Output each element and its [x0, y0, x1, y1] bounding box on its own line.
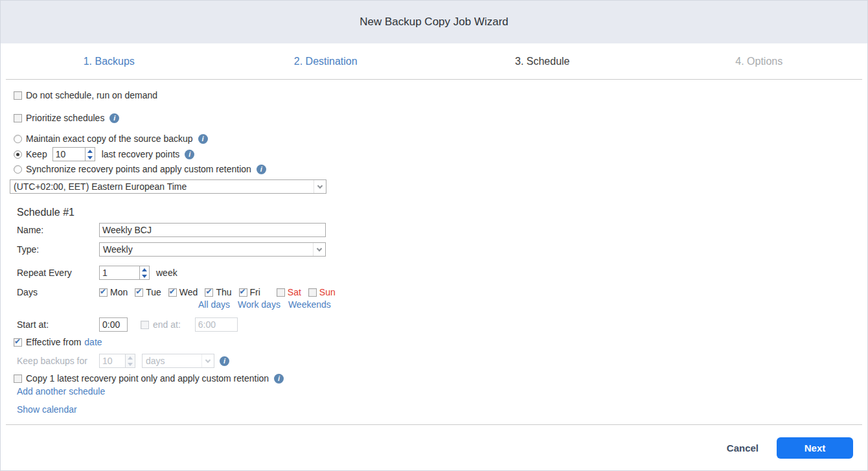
tab-options: 4. Options	[651, 43, 868, 79]
spinner-arrows	[125, 354, 135, 368]
prioritize-row: Prioritize schedules	[14, 111, 867, 124]
day-thu: Thu	[205, 287, 231, 297]
end-at-label: end at:	[153, 319, 181, 330]
maintain-copy-label: Maintain exact copy of the source backup	[26, 133, 193, 144]
tab-destination[interactable]: 2. Destination	[218, 43, 435, 79]
day-wed-label: Wed	[179, 287, 198, 297]
timezone-select[interactable]: (UTC+02:00, EET) Eastern European Time	[10, 179, 326, 194]
spinner-up-icon	[126, 354, 135, 361]
keep-points-input[interactable]	[52, 147, 85, 161]
schedule-type-value: Weekly	[103, 244, 133, 255]
keep-unit-select: days	[142, 354, 214, 368]
chevron-down-icon[interactable]	[314, 180, 326, 193]
spinner-up-icon[interactable]	[140, 266, 149, 273]
tab-backups[interactable]: 1. Backups	[1, 43, 218, 79]
day-thu-checkbox[interactable]	[205, 288, 213, 297]
end-at-checkbox[interactable]	[141, 321, 149, 329]
wizard-steps: 1. Backups 2. Destination 3. Schedule 4.…	[1, 43, 867, 79]
day-sat-label: Sat	[288, 287, 301, 297]
run-on-demand-label: Do not schedule, run on demand	[26, 90, 157, 100]
name-row: Name:	[17, 223, 867, 237]
add-schedule-row: Add another schedule	[17, 385, 867, 397]
repeat-spinner	[99, 266, 150, 280]
keep-backups-row: Keep backups for days	[17, 354, 867, 368]
schedule-name-input[interactable]	[99, 223, 326, 237]
effective-from-row: Effective from date	[14, 336, 867, 349]
schedule-heading: Schedule #1	[17, 207, 867, 218]
day-wed-checkbox[interactable]	[168, 288, 177, 297]
day-preset-links: All days Work days Weekends	[198, 299, 867, 310]
run-on-demand-checkbox[interactable]	[14, 91, 22, 100]
day-sun-label: Sun	[319, 287, 336, 297]
keep-points-radio[interactable]	[14, 150, 22, 159]
tab-schedule[interactable]: 3. Schedule	[434, 43, 651, 79]
info-icon[interactable]	[274, 374, 284, 384]
spinner-arrows[interactable]	[139, 266, 150, 280]
add-schedule-link[interactable]: Add another schedule	[17, 386, 105, 396]
schedule-type-select[interactable]: Weekly	[99, 242, 326, 257]
copy-latest-row: Copy 1 latest recovery point only and ap…	[14, 372, 867, 385]
repeat-input[interactable]	[99, 266, 139, 280]
spinner-down-icon[interactable]	[86, 154, 95, 161]
day-fri: Fri	[239, 287, 260, 297]
work-days-link[interactable]: Work days	[238, 299, 280, 310]
copy-latest-label: Copy 1 latest recovery point only and ap…	[26, 373, 269, 384]
spinner-arrows[interactable]	[85, 147, 95, 161]
retention-maintain-row: Maintain exact copy of the source backup	[14, 132, 867, 145]
weekends-link[interactable]: Weekends	[288, 299, 331, 310]
name-label: Name:	[17, 225, 99, 235]
days-label: Days	[17, 287, 99, 297]
end-time-input	[195, 317, 238, 332]
keep-backups-label: Keep backups for	[17, 356, 99, 366]
backup-copy-job-wizard: New Backup Copy Job Wizard 1. Backups 2.…	[0, 0, 868, 471]
info-icon[interactable]	[198, 134, 208, 144]
day-fri-checkbox[interactable]	[239, 288, 247, 297]
start-time-input[interactable]	[99, 317, 128, 332]
day-tue-checkbox[interactable]	[135, 288, 143, 297]
copy-latest-checkbox[interactable]	[14, 374, 22, 383]
keep-points-prefix: Keep	[26, 149, 47, 159]
next-button[interactable]: Next	[777, 437, 853, 459]
retention-sync-row: Synchronize recovery points and apply cu…	[14, 163, 867, 176]
run-on-demand-row: Do not schedule, run on demand	[14, 89, 867, 102]
prioritize-checkbox[interactable]	[14, 114, 22, 122]
day-tue: Tue	[135, 287, 161, 297]
info-icon[interactable]	[220, 356, 229, 366]
day-tue-label: Tue	[146, 287, 161, 297]
repeat-label: Repeat Every	[17, 268, 99, 278]
info-icon[interactable]	[109, 113, 119, 123]
day-sun-checkbox[interactable]	[308, 288, 317, 297]
info-icon[interactable]	[185, 150, 194, 159]
effective-date-link[interactable]: date	[84, 337, 102, 347]
all-days-link[interactable]: All days	[198, 299, 230, 310]
synchronize-label: Synchronize recovery points and apply cu…	[26, 164, 251, 174]
keep-backups-input	[99, 354, 125, 368]
day-thu-label: Thu	[216, 287, 231, 297]
spinner-down-icon[interactable]	[140, 273, 149, 279]
synchronize-radio[interactable]	[14, 165, 22, 174]
info-icon[interactable]	[257, 165, 266, 174]
start-row: Start at: end at:	[17, 317, 867, 332]
page-title: New Backup Copy Job Wizard	[360, 16, 508, 29]
day-sun: Sun	[308, 287, 336, 297]
day-fri-label: Fri	[250, 287, 260, 297]
day-sat: Sat	[277, 287, 301, 297]
chevron-down-icon[interactable]	[313, 243, 325, 256]
maintain-copy-radio[interactable]	[14, 135, 22, 143]
day-mon-checkbox[interactable]	[99, 288, 108, 297]
repeat-unit-label: week	[156, 268, 177, 278]
show-calendar-link[interactable]: Show calendar	[17, 404, 77, 415]
day-mon-label: Mon	[110, 287, 128, 297]
cancel-button[interactable]: Cancel	[727, 442, 759, 454]
titlebar: New Backup Copy Job Wizard	[1, 1, 867, 43]
spinner-up-icon[interactable]	[86, 148, 95, 154]
day-sat-checkbox[interactable]	[277, 288, 285, 297]
retention-keep-row: Keep last recovery points	[14, 147, 867, 161]
days-row: Days Mon Tue Wed Thu Fri	[17, 286, 867, 299]
day-mon: Mon	[99, 287, 128, 297]
type-label: Type:	[17, 244, 99, 255]
schedule-step-body: Do not schedule, run on demand Prioritiz…	[1, 80, 867, 424]
footer: Cancel Next	[1, 425, 867, 471]
effective-from-checkbox[interactable]	[14, 338, 22, 347]
keep-unit-value: days	[146, 356, 165, 366]
